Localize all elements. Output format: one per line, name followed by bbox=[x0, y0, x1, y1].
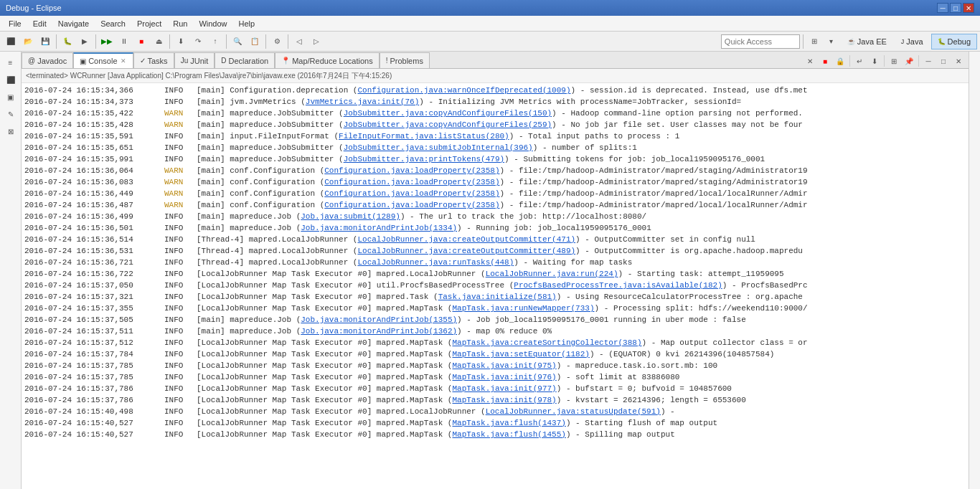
toolbar-btn-open-perspective[interactable]: ⊞ bbox=[806, 34, 822, 49]
log-link[interactable]: MapTask.java:runNewMapper(733) bbox=[452, 304, 594, 313]
log-link[interactable]: Job.java:monitorAndPrintJob(1355) bbox=[301, 315, 457, 324]
toolbar-btn-3[interactable]: 💾 bbox=[37, 34, 53, 49]
tasks-icon: ✓ bbox=[140, 57, 146, 65]
log-link[interactable]: MapTask.java:flush(1455) bbox=[452, 430, 565, 439]
perspective-java[interactable]: J Java bbox=[895, 34, 930, 49]
minimize-button[interactable]: ─ bbox=[937, 3, 948, 13]
console-btn-min[interactable]: ─ bbox=[921, 54, 936, 68]
tab-junit[interactable]: Ju JUnit bbox=[174, 52, 215, 68]
log-link[interactable]: Configuration.java:loadProperty(2358) bbox=[324, 178, 499, 186]
tab-problems[interactable]: ! Problems bbox=[380, 52, 430, 68]
toolbar-btn-perspective-menu[interactable]: ▾ bbox=[824, 34, 839, 49]
menu-file[interactable]: File bbox=[3, 18, 27, 29]
perspective-java-ee[interactable]: ☕ Java EE bbox=[841, 34, 893, 49]
toolbar-btn-resume[interactable]: ▶▶ bbox=[99, 34, 115, 49]
log-level: INFO bbox=[164, 245, 197, 257]
log-link[interactable]: JobSubmitter.java:copyAndConfigureFiles(… bbox=[344, 109, 552, 118]
menu-edit[interactable]: Edit bbox=[27, 18, 52, 29]
toolbar-btn-stop[interactable]: ■ bbox=[133, 34, 149, 49]
toolbar-btn-stepreturn[interactable]: ↑ bbox=[207, 34, 223, 49]
log-link[interactable]: MapTask.java:setEquator(1182) bbox=[452, 350, 589, 359]
log-link[interactable]: JobSubmitter.java:copyAndConfigureFiles(… bbox=[344, 120, 552, 129]
log-link[interactable]: Configuration.java:warnOnceIfDeprecated(… bbox=[357, 86, 570, 95]
console-btn-pin[interactable]: 📌 bbox=[902, 54, 916, 68]
toolbar-sep-5 bbox=[265, 34, 266, 49]
log-link[interactable]: JvmMetrics.java:init(76) bbox=[306, 98, 419, 106]
console-btn-clear[interactable]: ✕ bbox=[803, 54, 817, 68]
menu-search[interactable]: Search bbox=[95, 18, 131, 29]
log-link[interactable]: Configuration.java:loadProperty(2358) bbox=[324, 189, 499, 198]
toolbar-btn-stepinto[interactable]: ⬇ bbox=[173, 34, 189, 49]
toolbar-btn-7[interactable]: ⚙ bbox=[269, 34, 285, 49]
menu-run[interactable]: Run bbox=[167, 18, 193, 29]
tab-mapreducelocations[interactable]: 📍 Map/Reduce Locations bbox=[275, 52, 380, 68]
log-link[interactable]: MapTask.java:init(978) bbox=[452, 396, 556, 404]
close-button[interactable]: ✕ bbox=[963, 3, 974, 13]
menu-project[interactable]: Project bbox=[131, 18, 167, 29]
log-link[interactable]: LocalJobRunner.java:runTasks(448) bbox=[357, 258, 514, 267]
tab-junit-label: JUnit bbox=[190, 57, 208, 65]
tab-declaration[interactable]: D Declaration bbox=[215, 52, 275, 68]
menu-help[interactable]: Help bbox=[233, 18, 261, 29]
log-link[interactable]: LocalJobRunner.java:createOutputCommitte… bbox=[357, 247, 575, 255]
toolbar-btn-debug[interactable]: 🐛 bbox=[60, 34, 75, 49]
log-link[interactable]: MapTask.java:createSortingCollector(388) bbox=[452, 338, 641, 347]
console-btn-max[interactable]: □ bbox=[936, 54, 951, 68]
menu-window[interactable]: Window bbox=[193, 18, 232, 29]
sidebar-icon-4[interactable]: ✎ bbox=[3, 106, 19, 122]
menu-navigate[interactable]: Navigate bbox=[52, 18, 95, 29]
toolbar-sep-2 bbox=[95, 34, 96, 49]
toolbar-btn-9[interactable]: ▷ bbox=[308, 34, 324, 49]
log-link[interactable]: MapTask.java:init(977) bbox=[452, 384, 556, 393]
log-link[interactable]: Job.java:monitorAndPrintJob(1362) bbox=[301, 327, 457, 336]
log-link[interactable]: LocalJobRunner.java:run(224) bbox=[486, 270, 618, 278]
toolbar-btn-run[interactable]: ▶ bbox=[77, 34, 93, 49]
perspective-debug[interactable]: 🐛 Debug bbox=[931, 34, 977, 49]
toolbar-btn-5[interactable]: 🔍 bbox=[230, 34, 245, 49]
javadoc-icon: @ bbox=[28, 57, 35, 65]
console-btn-scroll-end[interactable]: ⬇ bbox=[867, 54, 882, 68]
log-link[interactable]: MapTask.java:init(975) bbox=[452, 361, 556, 370]
log-link[interactable]: FileInputFormat.java:listStatus(280) bbox=[339, 132, 509, 141]
log-content[interactable]: 2016-07-24 16:15:34,366 INFO [main] Conf… bbox=[22, 83, 969, 489]
log-link[interactable]: Task.java:initialize(581) bbox=[438, 293, 557, 301]
toolbar-btn-stepover[interactable]: ↷ bbox=[190, 34, 206, 49]
log-link[interactable]: Configuration.java:loadProperty(2358) bbox=[324, 166, 499, 175]
log-link[interactable]: LocalJobRunner.java:statusUpdate(591) bbox=[486, 407, 661, 416]
log-link[interactable]: LocalJobRunner.java:createOutputCommitte… bbox=[357, 235, 575, 244]
console-btn-new[interactable]: ⊞ bbox=[887, 54, 901, 68]
toolbar-btn-disconnect[interactable]: ⏏ bbox=[151, 34, 166, 49]
toolbar-btn-2[interactable]: 📂 bbox=[20, 34, 36, 49]
console-btn-terminate[interactable]: ■ bbox=[818, 54, 832, 68]
sidebar-icon-5[interactable]: ⊠ bbox=[3, 123, 19, 139]
log-level: INFO bbox=[164, 96, 197, 108]
log-link[interactable]: JobSubmitter.java:submitJobInternal(396) bbox=[344, 143, 533, 152]
console-btn-word-wrap[interactable]: ↵ bbox=[852, 54, 867, 68]
maximize-button[interactable]: □ bbox=[950, 3, 961, 13]
log-timestamp: 2016-07-24 16:15:35,422 bbox=[24, 108, 164, 119]
log-timestamp: 2016-07-24 16:15:36,487 bbox=[24, 199, 164, 211]
sidebar-icon-1[interactable]: ≡ bbox=[3, 54, 19, 70]
console-btn-scroll-lock[interactable]: 🔒 bbox=[833, 54, 847, 68]
sidebar-icon-2[interactable]: ⬛ bbox=[3, 72, 19, 87]
tab-console[interactable]: ▣ Console ✕ bbox=[73, 52, 133, 68]
quick-access-input[interactable] bbox=[721, 34, 800, 49]
java-ee-label: Java EE bbox=[857, 37, 887, 46]
log-link[interactable]: Job.java:monitorAndPrintJob(1334) bbox=[301, 224, 457, 232]
log-link[interactable]: MapTask.java:init(976) bbox=[452, 373, 556, 381]
log-line: 2016-07-24 16:15:36,064 WARN [main] conf… bbox=[22, 165, 969, 176]
log-link[interactable]: JobSubmitter.java:printTokens(479) bbox=[344, 155, 504, 163]
console-btn-close[interactable]: ✕ bbox=[951, 54, 966, 68]
log-link[interactable]: ProcfsBasedProcessTree.java:isAvailable(… bbox=[514, 281, 722, 290]
log-link[interactable]: Configuration.java:loadProperty(2358) bbox=[324, 201, 499, 209]
log-link[interactable]: Job.java:submit(1289) bbox=[301, 212, 400, 221]
tab-console-close[interactable]: ✕ bbox=[120, 57, 127, 65]
tab-javadoc[interactable]: @ Javadoc bbox=[22, 52, 73, 68]
toolbar-btn-8[interactable]: ◁ bbox=[291, 34, 307, 49]
sidebar-icon-3[interactable]: ▣ bbox=[3, 89, 19, 105]
toolbar-btn-6[interactable]: 📋 bbox=[247, 34, 263, 49]
toolbar-btn-1[interactable]: ⬛ bbox=[3, 34, 19, 49]
toolbar-btn-suspend[interactable]: ⏸ bbox=[116, 34, 132, 49]
tab-tasks[interactable]: ✓ Tasks bbox=[133, 52, 174, 68]
log-link[interactable]: MapTask.java:flush(1437) bbox=[452, 419, 565, 427]
